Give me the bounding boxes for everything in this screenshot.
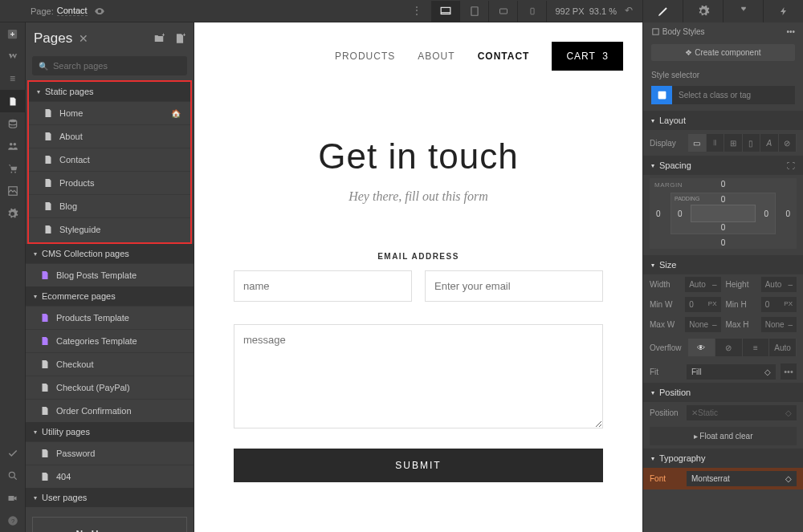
display-label: Display [650, 139, 688, 148]
navigator-icon[interactable]: ≡ [0, 67, 26, 90]
nav-products[interactable]: PRODUCTS [335, 51, 395, 62]
style-manager-tab-icon[interactable] [723, 0, 763, 22]
display-inline-icon[interactable]: A [760, 134, 779, 152]
hero-subtitle[interactable]: Hey there, fill out this form [210, 189, 626, 204]
assets-icon[interactable] [0, 180, 26, 202]
design-canvas[interactable]: PRODUCTS ABOUT CONTACT CART 3 Get in tou… [194, 22, 642, 532]
email-input[interactable] [425, 270, 603, 302]
ecommerce-icon[interactable] [0, 157, 26, 180]
typography-section[interactable]: ▾Typography [643, 449, 803, 468]
overflow-hidden-icon[interactable]: ⊘ [715, 339, 743, 356]
layout-section[interactable]: ▾Layout [643, 111, 803, 130]
width-input[interactable]: Auto– [685, 277, 720, 292]
page-404[interactable]: 404 [26, 465, 194, 488]
selector-type-icon[interactable] [651, 86, 672, 104]
fit-label: Fit [650, 368, 682, 376]
new-folder-icon[interactable]: + [152, 33, 166, 44]
message-textarea[interactable] [234, 324, 603, 428]
preview-icon[interactable] [94, 6, 105, 17]
project-settings-icon[interactable] [0, 202, 26, 225]
spacing-expand-icon[interactable]: ⛶ [787, 161, 795, 170]
desktop-bp-icon[interactable] [431, 1, 460, 22]
create-component-button[interactable]: ❖ Create component [651, 44, 795, 61]
page-home[interactable]: Home🏠 [29, 101, 190, 124]
spacing-section[interactable]: ▾Spacing⛶ [643, 156, 803, 175]
font-select[interactable]: Montserrat◇ [687, 471, 797, 486]
size-section[interactable]: ▾Size [643, 255, 803, 274]
page-products-template[interactable]: Products Template [26, 306, 194, 329]
landscape-bp-icon[interactable] [489, 1, 518, 22]
video-icon[interactable] [0, 487, 26, 510]
page-order-confirmation[interactable]: Order Confirmation [26, 399, 194, 422]
page-products[interactable]: Products [29, 171, 190, 194]
current-page-name[interactable]: Contact [57, 6, 88, 16]
page-checkout-paypal[interactable]: Checkout (PayPal) [26, 376, 194, 399]
email-label[interactable]: EMAIL ADDRESS [234, 252, 603, 261]
fit-select[interactable]: Fill◇ [687, 364, 776, 380]
position-select[interactable]: ✕ Static◇ [687, 405, 797, 420]
display-block-icon[interactable]: ▭ [688, 134, 707, 152]
nav-contact[interactable]: CONTACT [478, 51, 530, 62]
search-pages[interactable]: 🔍 [32, 56, 187, 75]
search-pages-input[interactable] [53, 61, 181, 71]
page-checkout[interactable]: Checkout [26, 352, 194, 376]
undo-icon[interactable]: ↶ [625, 5, 638, 18]
close-panel-icon[interactable]: ✕ [79, 32, 88, 45]
page-contact[interactable]: Contact [29, 148, 190, 171]
name-input[interactable] [234, 270, 412, 302]
spacing-control[interactable]: MARGIN 0 0 0 0 PADDING 0 0 0 0 [650, 178, 797, 249]
body-styles-menu-icon[interactable]: ••• [786, 27, 795, 36]
minw-input[interactable]: 0PX [685, 297, 720, 312]
page-blog-template[interactable]: Blog Posts Template [26, 263, 194, 286]
submit-button[interactable]: SUBMIT [234, 449, 603, 482]
logo-icon[interactable] [0, 45, 26, 67]
site-nav: PRODUCTS ABOUT CONTACT CART 3 [194, 32, 642, 80]
page-about[interactable]: About [29, 124, 190, 148]
pages-panel: Pages ✕ + + 🔍 ▾Static pages Home🏠 About … [26, 22, 194, 532]
minh-input[interactable]: 0PX [761, 297, 797, 312]
overflow-visible-icon[interactable]: 👁 [688, 339, 715, 356]
utility-pages-group[interactable]: ▾Utility pages [26, 422, 194, 441]
overflow-auto[interactable]: Auto [769, 339, 797, 356]
style-tab-icon[interactable] [642, 0, 683, 22]
class-selector-input[interactable]: Select a class or tag [672, 86, 795, 104]
display-none-icon[interactable]: ⊘ [779, 134, 797, 152]
mobile-bp-icon[interactable] [518, 1, 547, 22]
static-pages-group[interactable]: ▾Static pages [29, 82, 190, 101]
cms-pages-group[interactable]: ▾CMS Collection pages [26, 244, 194, 263]
search-rail-icon[interactable] [0, 465, 26, 487]
overflow-scroll-icon[interactable]: ≡ [743, 339, 770, 356]
tablet-bp-icon[interactable] [460, 1, 489, 22]
more-icon[interactable]: ⋮ [412, 5, 425, 18]
height-input[interactable]: Auto– [761, 277, 797, 292]
display-flex-icon[interactable]: ⫴ [707, 134, 725, 152]
ecommerce-pages-group[interactable]: ▾Ecommerce pages [26, 286, 194, 306]
display-grid-icon[interactable]: ⊞ [724, 134, 743, 152]
float-clear-button[interactable]: ▸ Float and clear [650, 427, 797, 445]
user-pages-group[interactable]: ▾User pages [26, 488, 194, 507]
add-element-icon[interactable] [0, 22, 26, 45]
fit-extra-icon[interactable]: ••• [781, 363, 797, 380]
hero-title[interactable]: Get in touch [210, 136, 626, 177]
audit-icon[interactable] [0, 442, 26, 465]
page-label: Page: [31, 6, 54, 16]
users-icon[interactable] [0, 135, 26, 157]
maxh-input[interactable]: None– [761, 317, 797, 332]
style-selector-label: Style selector [643, 66, 803, 83]
svg-point-8 [13, 143, 16, 146]
interactions-tab-icon[interactable] [763, 0, 803, 22]
page-categories-template[interactable]: Categories Template [26, 329, 194, 352]
position-section[interactable]: ▾Position [643, 383, 803, 402]
pages-icon[interactable] [0, 90, 26, 112]
display-inline-block-icon[interactable]: ▯ [743, 134, 761, 152]
maxw-input[interactable]: None– [685, 317, 720, 332]
nav-cart[interactable]: CART 3 [552, 42, 623, 71]
nav-about[interactable]: ABOUT [418, 51, 454, 62]
help-icon[interactable]: ? [0, 510, 26, 532]
settings-tab-icon[interactable] [683, 0, 723, 22]
page-blog[interactable]: Blog [29, 194, 190, 217]
page-password[interactable]: Password [26, 441, 194, 465]
new-page-icon[interactable]: + [174, 32, 185, 45]
cms-icon[interactable] [0, 112, 26, 135]
page-styleguide[interactable]: Styleguide [29, 217, 190, 241]
